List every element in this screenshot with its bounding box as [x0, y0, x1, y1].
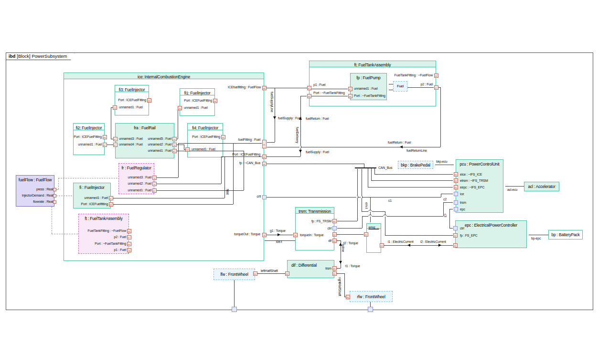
port-flow[interactable] [53, 188, 56, 191]
block-lfw[interactable]: lfw : FrontWheel [214, 269, 255, 280]
port-inout-icon[interactable]: ↔ [262, 86, 267, 90]
block-bkp[interactable]: bkp : BrakePedal [398, 161, 433, 169]
port-inout-icon[interactable]: ↔ [454, 172, 458, 177]
block-title-fuelFlow: fuelFlow : FuelFlow [16, 177, 54, 182]
port-inout-icon[interactable]: ↔ [364, 232, 368, 237]
frame-tab[interactable]: ibd[Block] PowerSubsystem [6, 52, 75, 60]
port-connector[interactable] [368, 307, 373, 312]
block-fuelItem[interactable]: Fuel [393, 81, 407, 92]
port-connector[interactable] [262, 195, 267, 199]
label-t_frl: fuelReturnLine [406, 148, 427, 153]
port-in-icon[interactable]: ← [109, 196, 113, 200]
port-inout-icon[interactable]: ↔ [332, 239, 337, 243]
connector-segment [156, 184, 221, 184]
port-out-icon[interactable]: → [152, 182, 157, 186]
port-inout-icon[interactable]: ↔ [221, 135, 225, 139]
port-connector[interactable] [232, 307, 237, 312]
port-flow[interactable] [53, 200, 56, 204]
port-inout-icon[interactable]: ↔ [346, 295, 350, 299]
connector-segment [184, 145, 184, 149]
port-inout-icon[interactable]: ↔ [103, 135, 107, 139]
port-flow[interactable] [53, 194, 56, 198]
port-out-icon[interactable]: → [185, 147, 190, 152]
port-out-icon[interactable]: → [152, 176, 157, 180]
port-inout-icon[interactable]: ↔ [332, 271, 337, 276]
connector-segment [113, 204, 233, 205]
block-bp[interactable]: bp : BatteryPack [548, 230, 583, 239]
port-inout-icon[interactable]: ↔ [307, 94, 311, 98]
port-in-icon[interactable]: ← [113, 143, 117, 147]
port-out-icon[interactable]: → [127, 248, 131, 252]
port-in-icon[interactable]: ← [113, 137, 117, 141]
label-t_bkpecu: bkp-ecu [436, 159, 448, 164]
connector-segment [440, 87, 441, 147]
label-t_fra5: unnamed5 : Fuel [148, 136, 171, 141]
port-connector[interactable] [454, 200, 458, 205]
block-fi4[interactable]: fi4: FuelInjector [187, 123, 223, 157]
port-inout-icon[interactable]: ↔ [213, 99, 217, 103]
port-inout-icon[interactable]: ↔ [434, 73, 438, 78]
connector-segment [337, 268, 341, 269]
port-inout-icon[interactable]: ↔ [348, 94, 352, 98]
port-out-icon[interactable]: → [293, 233, 298, 237]
port-in-icon[interactable]: ← [172, 149, 177, 153]
block-title-fp: fp : FuelPump [351, 75, 386, 80]
port-inout-icon[interactable]: ↔ [453, 233, 458, 238]
port-in-icon[interactable]: ← [152, 188, 157, 193]
label-t_fd: fuelDelivery [295, 127, 299, 143]
label-t_fi2b: unnamed1 : Fuel [78, 142, 102, 146]
port-inout-icon[interactable]: ↔ [253, 271, 257, 276]
port-inout-icon[interactable]: ↔ [380, 243, 384, 248]
port-inout-icon[interactable]: ↔ [147, 98, 151, 103]
connector-segment [111, 107, 111, 139]
port-in-icon[interactable]: ← [307, 86, 311, 90]
connector-segment [337, 234, 363, 235]
port-out-icon[interactable]: → [178, 106, 182, 110]
dependency-segment [52, 234, 78, 234]
label-t_fpCAN: fp : ~CAN_Bus [239, 161, 260, 165]
port-inout-icon[interactable]: ↔ [453, 243, 458, 248]
port-in-icon[interactable]: ← [103, 143, 107, 147]
port-inout-icon[interactable]: ↔ [262, 155, 267, 159]
item-flow-arrow [299, 117, 302, 120]
port-out-icon[interactable]: → [262, 233, 267, 237]
label-t_fi4b: unnamed1 : Fuel [192, 147, 215, 151]
label-t_emt: em-t [364, 202, 369, 208]
port-out-icon[interactable]: → [113, 105, 117, 110]
port-in-icon[interactable]: ← [127, 235, 131, 239]
connector-segment [505, 186, 524, 187]
block-fi2[interactable]: fi2: FuelInjector [73, 123, 105, 155]
label-t_fr3: unnamed3 : Fuel [128, 175, 151, 179]
port-flow[interactable]: ↔ [262, 140, 267, 148]
port-inout-icon[interactable]: ↔ [109, 202, 113, 207]
port-connector[interactable] [454, 207, 458, 211]
port-in-icon[interactable]: ← [348, 87, 352, 91]
port-connector[interactable] [454, 192, 458, 196]
label-t_ftPortL: Port : ~FuelTankFitting [313, 91, 345, 95]
port-in-icon[interactable]: ← [434, 85, 438, 90]
port-inout-icon[interactable]: ↔ [285, 271, 289, 276]
connector-segment [267, 164, 364, 164]
port-inout-icon[interactable]: ↔ [454, 178, 458, 183]
port-inout-icon[interactable]: ↔ [332, 232, 337, 237]
block-emg[interactable]: emg: ... [366, 223, 381, 253]
port-inout-icon[interactable]: ↔ [127, 242, 131, 246]
port-inout-icon[interactable]: ↔ [262, 162, 267, 166]
connector-segment [362, 211, 385, 212]
port-inout-icon[interactable]: ↔ [127, 229, 131, 233]
port-out-icon[interactable]: → [172, 137, 177, 141]
block-acl[interactable]: acl : Accelerator [524, 182, 559, 191]
block-rfw[interactable]: rfw : FrontWheel [350, 291, 393, 302]
port-connector[interactable] [453, 226, 458, 230]
block-fra[interactable]: fra : FuelRail [115, 123, 174, 158]
connector-segment [389, 84, 393, 84]
item-flow-arrow [407, 244, 410, 247]
port-connector[interactable] [332, 226, 337, 230]
port-inout-icon[interactable]: ↔ [332, 266, 337, 270]
connector-segment [300, 96, 307, 96]
port-out-icon[interactable]: → [172, 143, 177, 147]
connector-segment [368, 187, 453, 187]
port-inout-icon[interactable]: ↔ [454, 185, 458, 189]
block-title-fuelItem: Fuel [394, 84, 407, 88]
port-inout-icon[interactable]: ↔ [332, 219, 337, 223]
